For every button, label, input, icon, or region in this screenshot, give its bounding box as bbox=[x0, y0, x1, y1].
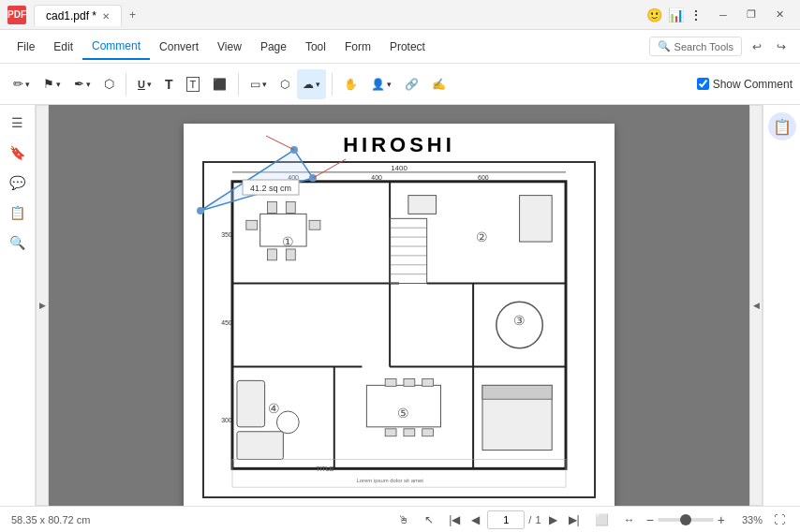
user-tool-button[interactable]: 👤 ▾ bbox=[365, 69, 397, 99]
svg-text:②: ② bbox=[476, 229, 488, 244]
hand-tool-button[interactable]: ✋ bbox=[338, 69, 363, 99]
zoom-level: 33% bbox=[729, 514, 763, 525]
cloud-tool-button[interactable]: ☁ ▾ bbox=[297, 69, 326, 99]
text-icon: T bbox=[165, 77, 173, 92]
separator-1 bbox=[126, 73, 126, 96]
fit-page-button[interactable]: ⬜ bbox=[591, 511, 613, 528]
sidebar-comment-button[interactable]: 💬 bbox=[4, 169, 32, 197]
menu-bar: File Edit Comment Convert View Page Tool… bbox=[0, 30, 800, 64]
last-page-button[interactable]: ▶| bbox=[565, 511, 584, 528]
dropdown-arrow: ▾ bbox=[56, 80, 61, 89]
sidebar-search-button[interactable]: 🔍 bbox=[4, 229, 32, 257]
freehand-tool-button[interactable]: ✍ bbox=[426, 69, 452, 99]
svg-text:400: 400 bbox=[288, 174, 299, 181]
select-mode-button[interactable]: 🖱 bbox=[394, 511, 413, 528]
sidebar-layers-button[interactable]: 📋 bbox=[4, 199, 32, 227]
pen-tool-button[interactable]: ✏ ▾ bbox=[7, 69, 36, 99]
polygon-tool-button[interactable]: ⬡ bbox=[274, 69, 295, 99]
rectangle-tool-button[interactable]: ▭ ▾ bbox=[244, 69, 273, 99]
document-tab[interactable]: cad1.pdf * ✕ bbox=[34, 5, 122, 26]
svg-text:300: 300 bbox=[221, 417, 232, 423]
flag-icon: ⚑ bbox=[43, 77, 54, 91]
sidebar-bookmark-button[interactable]: 🔖 bbox=[4, 139, 32, 167]
svg-rect-48 bbox=[404, 429, 415, 436]
cursor-mode-button[interactable]: ↖ bbox=[421, 511, 437, 528]
menu-convert[interactable]: Convert bbox=[150, 35, 208, 59]
zoom-in-button[interactable]: + bbox=[718, 512, 725, 527]
total-pages: 1 bbox=[535, 514, 541, 525]
cloud-icon: ☁ bbox=[303, 78, 314, 91]
link-tool-button[interactable]: 🔗 bbox=[399, 69, 424, 99]
minimize-button[interactable]: ─ bbox=[710, 4, 736, 26]
svg-text:④: ④ bbox=[268, 401, 280, 416]
svg-text:③: ③ bbox=[513, 313, 526, 328]
svg-rect-47 bbox=[385, 429, 396, 436]
search-tools[interactable]: 🔍 Search Tools bbox=[649, 37, 742, 56]
svg-rect-28 bbox=[309, 220, 320, 229]
menu-protect[interactable]: Protect bbox=[380, 35, 435, 59]
status-bar: 58.35 x 80.72 cm 🖱 ↖ |◀ ◀ / 1 ▶ ▶| ⬜ ↔ −… bbox=[0, 506, 800, 532]
menu-tool[interactable]: Tool bbox=[296, 35, 335, 59]
pdf-area[interactable]: 41.2 sq cm HIROSHI 1400 bbox=[49, 105, 749, 506]
shape-eraser-button[interactable]: ⬡ bbox=[98, 69, 120, 99]
menu-file[interactable]: File bbox=[7, 35, 44, 59]
page-nav: |◀ ◀ / 1 ▶ ▶| bbox=[445, 510, 583, 529]
svg-rect-44 bbox=[385, 378, 396, 386]
title-bar: PDF cad1.pdf * ✕ + 🙂 📊 ⋮ ─ ❐ ✕ bbox=[0, 0, 800, 30]
prev-page-button[interactable]: ◀ bbox=[467, 511, 483, 528]
menu-view[interactable]: View bbox=[208, 35, 251, 59]
stats-icon[interactable]: 📊 bbox=[668, 7, 684, 22]
fit-width-button[interactable]: ↔ bbox=[620, 511, 639, 528]
first-page-button[interactable]: |◀ bbox=[445, 511, 464, 528]
document-dimensions: 58.35 x 80.72 cm bbox=[11, 514, 90, 525]
link-icon: 🔗 bbox=[405, 78, 419, 91]
menu-comment[interactable]: Comment bbox=[82, 34, 150, 60]
sidebar-panels-button[interactable]: ☰ bbox=[4, 109, 32, 137]
pencil-tool-button[interactable]: ✒ ▾ bbox=[68, 69, 96, 99]
show-comment-area: Show Comment bbox=[697, 78, 793, 91]
close-tab-button[interactable]: ✕ bbox=[102, 11, 110, 22]
svg-rect-49 bbox=[422, 429, 434, 436]
close-button[interactable]: ✕ bbox=[766, 4, 793, 26]
current-page-input[interactable] bbox=[487, 510, 525, 529]
more-icon[interactable]: ⋮ bbox=[689, 7, 703, 22]
show-comment-checkbox[interactable] bbox=[697, 78, 709, 90]
zoom-slider[interactable] bbox=[658, 518, 714, 522]
hand-icon: ✋ bbox=[344, 78, 358, 91]
window-controls: ─ ❐ ✕ bbox=[710, 4, 793, 26]
next-page-button[interactable]: ▶ bbox=[545, 511, 561, 528]
textbox-tool-button[interactable]: T bbox=[181, 69, 206, 99]
pdf-subtitle: Holistic Staying In Accommodation bbox=[304, 504, 494, 506]
right-panel-button[interactable]: 📋 bbox=[768, 112, 796, 140]
toolbar: ✏ ▾ ⚑ ▾ ✒ ▾ ⬡ U ▾ T T ⬛ ▭ ▾ ⬡ ☁ ▾ ✋ bbox=[0, 64, 800, 105]
forward-button[interactable]: ↩ bbox=[770, 36, 793, 58]
zoom-controls: − + 33% bbox=[646, 512, 763, 527]
underline-tool-button[interactable]: U ▾ bbox=[132, 69, 157, 99]
bookmark-tool-button[interactable]: ⚑ ▾ bbox=[37, 69, 67, 99]
restore-button[interactable]: ❐ bbox=[738, 4, 764, 26]
app-icon: PDF bbox=[7, 6, 26, 24]
right-collapse-arrow[interactable]: ◀ bbox=[749, 105, 763, 506]
separator-3 bbox=[332, 73, 333, 96]
menu-form[interactable]: Form bbox=[335, 35, 380, 59]
fullscreen-button[interactable]: ⛶ bbox=[770, 511, 789, 528]
user-icon: 👤 bbox=[371, 78, 385, 91]
svg-point-2 bbox=[290, 146, 298, 154]
rectangle-icon: ▭ bbox=[250, 78, 260, 91]
text-tool-button[interactable]: T bbox=[159, 69, 179, 99]
menu-page[interactable]: Page bbox=[251, 35, 296, 59]
dropdown-arrow: ▾ bbox=[25, 80, 30, 89]
new-tab-button[interactable]: + bbox=[122, 5, 143, 25]
stamp-tool-button[interactable]: ⬛ bbox=[207, 69, 232, 99]
user-icon[interactable]: 🙂 bbox=[646, 7, 662, 22]
svg-rect-45 bbox=[404, 378, 415, 386]
search-label: Search Tools bbox=[674, 41, 733, 52]
back-button[interactable]: ↩ bbox=[746, 36, 768, 58]
svg-text:600: 600 bbox=[478, 174, 489, 181]
zoom-out-button[interactable]: − bbox=[646, 512, 654, 527]
left-collapse-arrow[interactable]: ▶ bbox=[36, 105, 49, 506]
nav-buttons: ↩ ↩ bbox=[746, 36, 793, 58]
right-panel: 📋 bbox=[763, 105, 800, 506]
svg-text:⑤: ⑤ bbox=[397, 406, 409, 421]
menu-edit[interactable]: Edit bbox=[44, 35, 82, 59]
